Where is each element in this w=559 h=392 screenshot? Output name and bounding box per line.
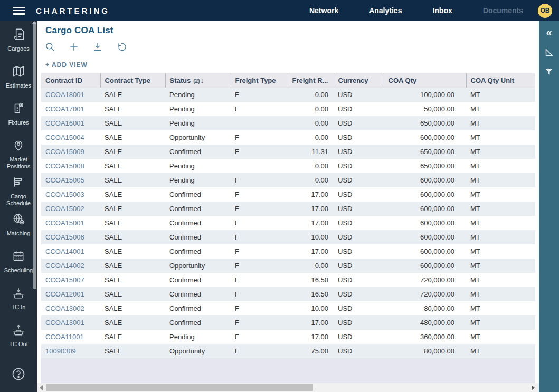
contract-id-cell[interactable]: CCOA15009 xyxy=(41,145,100,159)
scroll-up-arrow-icon[interactable] xyxy=(32,21,36,24)
status-cell: Pending xyxy=(165,88,231,102)
table-row[interactable]: 10090309SALEOpportunityF75.00USD80,000.0… xyxy=(41,344,535,358)
add-view-button[interactable]: + ADD VIEW xyxy=(45,61,88,69)
contract-id-cell[interactable]: CCOA11001 xyxy=(41,330,100,344)
sort-count-badge: (2) xyxy=(193,78,200,84)
contract-id-cell[interactable]: CCOA14001 xyxy=(41,244,100,259)
column-header-contract-id[interactable]: Contract ID xyxy=(41,73,100,88)
column-header-currency[interactable]: Currency xyxy=(334,73,384,88)
table-row[interactable]: CCOA12001SALEConfirmedF16.50USD720,000.0… xyxy=(41,287,535,301)
status-cell: Pending xyxy=(165,173,231,187)
contract-id-cell[interactable]: CCOA15002 xyxy=(41,202,100,216)
contract-id-cell[interactable]: CCOA15003 xyxy=(41,187,100,202)
sidebar-item-scheduling[interactable]: Scheduling xyxy=(1,249,36,286)
freight-type-cell xyxy=(231,159,288,173)
nav-item-documents[interactable]: Documents xyxy=(483,6,523,15)
sidebar-item-estimates[interactable]: Estimates xyxy=(1,64,36,101)
contract-id-cell[interactable]: 10090309 xyxy=(41,344,100,358)
table-row[interactable]: CCOA14002SALEOpportunityF0.00USD600,000.… xyxy=(41,259,535,273)
nav-item-analytics[interactable]: Analytics xyxy=(369,6,402,15)
freight-type-cell: F xyxy=(231,344,288,358)
sidebar-item-market-positions[interactable]: Market Positions xyxy=(1,138,36,175)
table-row[interactable]: CCOA11001SALEPendingF17.00USD360,000.00M… xyxy=(41,330,535,344)
contract-id-cell[interactable]: CCOA13002 xyxy=(41,301,100,315)
hamburger-menu-icon[interactable] xyxy=(13,7,25,15)
freight-rate-cell: 17.00 xyxy=(288,244,334,259)
table-row[interactable]: CCOA18001SALEPendingF0.00USD100,000.00MT xyxy=(41,88,535,102)
contract-id-cell[interactable]: CCOA15006 xyxy=(41,230,100,244)
add-icon[interactable] xyxy=(69,42,79,52)
column-header-status[interactable]: Status(2)↓ xyxy=(165,73,231,88)
nav-item-network[interactable]: Network xyxy=(309,6,338,15)
freight-rate-cell: 16.50 xyxy=(288,273,334,287)
freight-type-cell: F xyxy=(231,202,288,216)
freight-rate-cell: 17.00 xyxy=(288,330,334,344)
status-cell: Confirmed xyxy=(165,315,231,330)
scroll-left-arrow-icon[interactable] xyxy=(40,385,43,390)
column-header-coa-qty-unit[interactable]: COA Qty Unit xyxy=(466,73,535,88)
contract-id-cell[interactable]: CCOA14002 xyxy=(41,259,100,273)
column-header-freight-type[interactable]: Freight Type xyxy=(231,73,288,88)
coa-qty-unit-cell: MT xyxy=(466,301,535,315)
top-bar: CHARTERING Network Analytics Inbox Docum… xyxy=(0,0,559,21)
currency-cell: USD xyxy=(334,315,384,330)
horizontal-scrollbar[interactable] xyxy=(37,383,539,392)
contract-id-cell[interactable]: CCOA15001 xyxy=(41,216,100,230)
coa-qty-unit-cell: MT xyxy=(466,202,535,216)
coa-table-body: CCOA18001SALEPendingF0.00USD100,000.00MT… xyxy=(41,88,535,358)
table-row[interactable]: CCOA13001SALEConfirmedF17.00USD480,000.0… xyxy=(41,315,535,330)
table-empty-area xyxy=(41,358,535,383)
contract-id-cell[interactable]: CCOA13001 xyxy=(41,315,100,330)
nav-item-inbox[interactable]: Inbox xyxy=(432,6,452,15)
contract-id-cell[interactable]: CCOA16001 xyxy=(41,116,100,130)
contract-id-cell[interactable]: CCOA15004 xyxy=(41,130,100,145)
contract-id-cell[interactable]: CCOA15008 xyxy=(41,159,100,173)
contract-id-cell[interactable]: CCOA15007 xyxy=(41,273,100,287)
collapse-panel-icon[interactable]: « xyxy=(546,26,552,38)
reset-icon[interactable] xyxy=(116,42,127,52)
column-header-freight-rate[interactable]: Freight R... xyxy=(288,73,334,88)
freight-type-cell: F xyxy=(231,273,288,287)
user-avatar[interactable]: OB xyxy=(538,4,552,18)
sidebar-item-tc-in[interactable]: TC In xyxy=(1,286,36,323)
table-row[interactable]: CCOA15006SALEConfirmedF10.00USD600,000.0… xyxy=(41,230,535,244)
table-row[interactable]: CCOA15008SALEPending0.00USD650,000.00MT xyxy=(41,159,535,173)
sidebar-item-label: Cargo Schedule xyxy=(1,193,36,207)
filter-icon[interactable] xyxy=(544,66,554,77)
table-row[interactable]: CCOA14001SALEConfirmedF17.00USD600,000.0… xyxy=(41,244,535,259)
table-row[interactable]: CCOA13002SALEConfirmedF10.00USD80,000.00… xyxy=(41,301,535,315)
table-row[interactable]: CCOA15009SALEConfirmedF11.31USD650,000.0… xyxy=(41,145,535,159)
contract-type-cell: SALE xyxy=(100,102,165,116)
horizontal-scrollbar-thumb[interactable] xyxy=(46,384,313,391)
sidebar-item-fixtures[interactable]: Fixtures xyxy=(1,101,36,138)
column-header-contract-type[interactable]: Contract Type xyxy=(100,73,165,88)
pointer-tool-icon[interactable] xyxy=(543,46,555,58)
contract-type-cell: SALE xyxy=(100,230,165,244)
table-row[interactable]: CCOA15001SALEConfirmedF17.00USD600,000.0… xyxy=(41,216,535,230)
search-icon[interactable] xyxy=(45,42,55,52)
freight-rate-cell: 0.00 xyxy=(288,88,334,102)
table-row[interactable]: CCOA15003SALEConfirmedF17.00USD600,000.0… xyxy=(41,187,535,202)
table-row[interactable]: CCOA15004SALEOpportunityF0.00USD600,000.… xyxy=(41,130,535,145)
sidebar-item-cargoes[interactable]: Cargoes xyxy=(1,27,36,64)
column-header-coa-qty[interactable]: COA Qty xyxy=(384,73,466,88)
sidebar-scrollbar[interactable] xyxy=(33,22,36,289)
table-row[interactable]: CCOA15007SALEConfirmedF16.50USD720,000.0… xyxy=(41,273,535,287)
coa-qty-cell: 600,000.00 xyxy=(384,259,466,273)
contract-id-cell[interactable]: CCOA17001 xyxy=(41,102,100,116)
table-row[interactable]: CCOA15005SALEPendingF0.00USD600,000.00MT xyxy=(41,173,535,187)
sidebar-item-tc-out[interactable]: TC Out xyxy=(1,323,36,360)
contract-id-cell[interactable]: CCOA12001 xyxy=(41,287,100,301)
contract-id-cell[interactable]: CCOA15005 xyxy=(41,173,100,187)
help-button[interactable] xyxy=(0,367,37,384)
contract-id-cell[interactable]: CCOA18001 xyxy=(41,88,100,102)
download-icon[interactable] xyxy=(92,42,103,52)
coa-qty-unit-cell: MT xyxy=(466,145,535,159)
coa-qty-unit-cell: MT xyxy=(466,216,535,230)
table-row[interactable]: CCOA15002SALEConfirmedF17.00USD600,000.0… xyxy=(41,202,535,216)
table-row[interactable]: CCOA17001SALEPendingF0.00USD50,000.00MT xyxy=(41,102,535,116)
sidebar-item-cargo-schedule[interactable]: Cargo Schedule xyxy=(1,175,36,212)
scroll-right-arrow-icon[interactable] xyxy=(532,385,535,390)
sidebar-item-matching[interactable]: Matching xyxy=(1,212,36,249)
table-row[interactable]: CCOA16001SALEPending0.00USD650,000.00MT xyxy=(41,116,535,130)
